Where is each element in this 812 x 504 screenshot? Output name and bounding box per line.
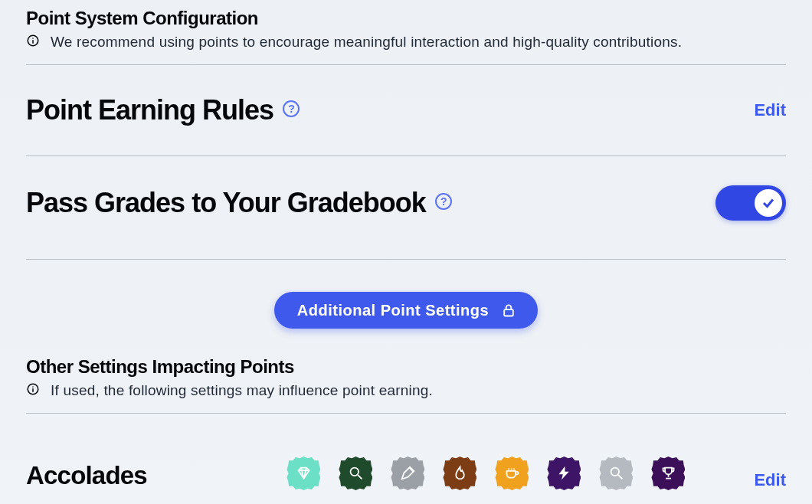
pass-grades-toggle[interactable] [715,185,786,221]
additional-point-settings-button[interactable]: Additional Point Settings [274,292,538,329]
magnifier-badge [599,457,633,490]
edit-earning-rules-link[interactable]: Edit [754,100,786,120]
bolt-badge [547,457,581,490]
trophy-badge [651,457,685,490]
svg-line-8 [358,476,362,479]
point-system-section: Point System Configuration We recommend … [26,8,786,64]
accolades-cluster: Edit [286,457,786,490]
info-icon [26,382,40,399]
edit-accolades-link[interactable]: Edit [754,470,786,490]
help-icon[interactable]: ? [283,100,300,117]
point-system-info-row: We recommend using points to encourage m… [26,34,786,51]
search-badge [339,457,372,490]
accolades-title: Accolades [26,461,147,490]
earning-rules-title: Point Earning Rules ? [26,94,300,126]
svg-point-1 [32,38,34,39]
toggle-knob [755,189,782,217]
info-icon [26,34,40,51]
other-settings-info-text: If used, the following settings may infl… [51,382,433,399]
point-system-title: Point System Configuration [26,8,786,29]
earning-rules-section: Point Earning Rules ? Edit [26,65,786,155]
coffee-badge [495,457,529,490]
additional-settings-row: Additional Point Settings [26,260,786,356]
lock-icon [501,301,516,319]
check-icon [761,196,775,210]
help-icon[interactable]: ? [435,193,452,210]
point-system-info-text: We recommend using points to encourage m… [51,34,682,51]
diamond-badge [286,457,320,490]
svg-line-10 [618,476,622,479]
other-settings-title: Other Settings Impacting Points [26,356,786,378]
other-settings-section: Other Settings Impacting Points If used,… [26,356,786,413]
svg-point-7 [350,468,359,476]
other-settings-info-row: If used, the following settings may infl… [26,382,786,399]
svg-point-5 [32,386,34,388]
pass-grades-section: Pass Grades to Your Gradebook ? [26,156,786,259]
accolade-badges [286,457,685,490]
earning-rules-title-text: Point Earning Rules [26,94,273,126]
pass-grades-title: Pass Grades to Your Gradebook ? [26,187,452,219]
flame-badge [443,457,476,490]
svg-rect-3 [504,309,513,316]
svg-point-9 [611,468,619,476]
pen-badge [391,457,424,490]
accolades-section: Accolades Edit [26,414,786,490]
pass-grades-title-text: Pass Grades to Your Gradebook [26,187,426,219]
additional-point-settings-label: Additional Point Settings [297,302,489,319]
